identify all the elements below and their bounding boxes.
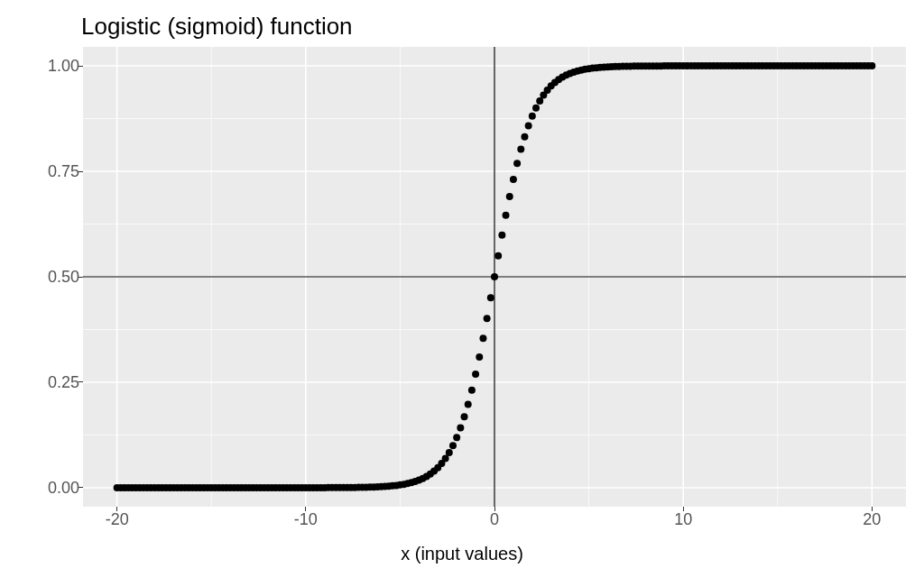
x-tick-label: -20 [106,510,129,529]
data-point [532,105,540,112]
x-tick-label: 20 [863,510,881,529]
data-point [457,425,464,432]
data-point [465,400,472,408]
data-point [468,387,476,394]
plot-svg [83,47,906,507]
y-tick-label: 1.00 [48,57,79,76]
data-point [484,315,491,322]
y-tick-label: 0.00 [48,478,79,497]
y-tick-label: 0.50 [48,268,79,287]
x-tick-label: 10 [674,510,692,529]
x-axis-label: x (input values) [401,544,523,564]
chart-title: Logistic (sigmoid) function [81,13,353,41]
data-point [521,133,528,141]
data-point [453,434,460,441]
data-point [513,160,521,167]
data-point [446,449,453,456]
data-point [506,193,513,200]
data-point [487,294,494,301]
plot-panel [83,47,906,507]
data-point [517,146,524,153]
data-point [536,97,543,105]
data-point [510,176,517,183]
data-point [529,113,536,120]
y-tick-label: 0.25 [48,372,79,391]
data-point [491,273,498,280]
data-point [442,455,449,463]
data-point [472,371,479,378]
y-tick-label: 0.75 [48,162,79,181]
data-point [494,252,502,260]
chart-container: Logistic (sigmoid) function y or f(x) (o… [0,0,924,568]
data-point [868,62,875,69]
data-point [525,122,532,129]
data-point [503,212,510,219]
data-point [498,232,505,239]
data-point [449,442,457,449]
data-point [476,353,483,361]
data-point [461,413,468,420]
data-point [479,334,486,342]
x-tick-label: -10 [294,510,318,529]
x-tick-label: 0 [490,510,499,529]
